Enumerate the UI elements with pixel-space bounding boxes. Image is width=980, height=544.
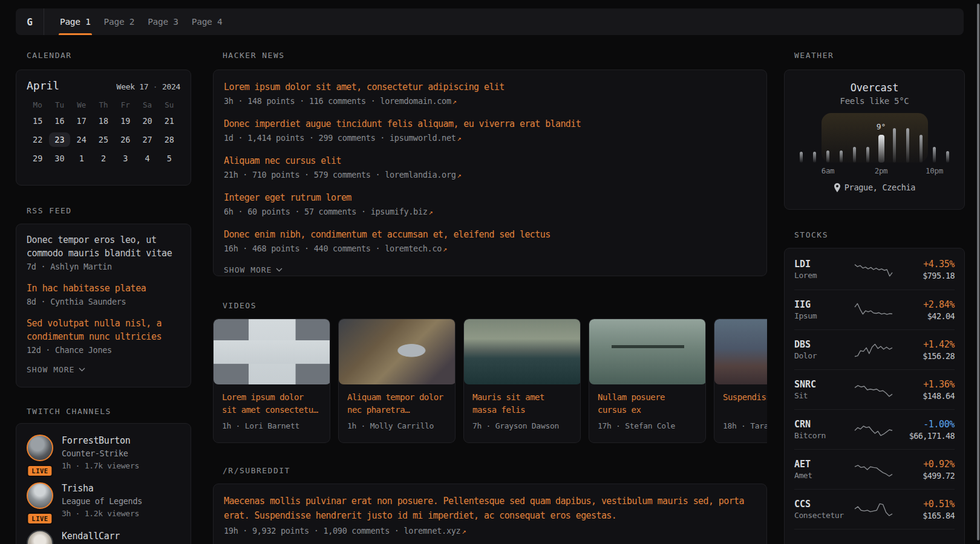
news-item-stats: 6h · 60 points · 57 comments · [224,207,371,216]
video-card[interactable]: Lorem ipsum dolor sit amet consectetu…1h… [213,319,330,443]
daylight-region [822,113,928,163]
news-item-domain-link[interactable]: loremlandia.org [385,170,456,180]
header-bar: G Page 1Page 2Page 3Page 4 [16,8,964,35]
stock-row[interactable]: IIGIpsum+2.84%$42.04 [794,290,955,329]
calendar-day: 28 [158,130,180,149]
tab-page-3[interactable]: Page 3 [148,8,178,35]
news-item-title[interactable]: Maecenas mollis pulvinar erat non posuer… [224,494,756,523]
video-title[interactable]: Nullam posuere cursus ex [598,391,697,416]
twitch-channel-row[interactable]: LIVETrishaLeague of Legends3h · 1.2k vie… [27,482,180,520]
weather-bar-current [878,135,884,163]
video-title[interactable]: Lorem ipsum dolor sit amet consectetu… [222,391,321,416]
stock-symbol: LDI [794,258,852,270]
news-item-stats: 1d · 1,414 points · 299 comments · [224,133,390,143]
hackernews-show-more-button[interactable]: SHOW MORE [224,265,756,274]
video-title[interactable]: Mauris sit amet massa felis [472,391,572,416]
news-item-title[interactable]: Aliquam nec cursus elit [224,155,756,167]
stock-symbol: CRN [794,418,852,430]
calendar-day-grid: 1516171819202122232425262728293012345 [27,111,180,167]
external-link-icon: ↗ [429,208,433,216]
tab-page-2[interactable]: Page 2 [104,8,135,35]
news-item-domain-link[interactable]: ipsumify.biz [371,207,428,216]
stock-row[interactable]: CRNBitcorn-1.00%$66,171.48 [794,409,955,449]
news-item-title[interactable]: Lorem ipsum dolor sit amet, consectetur … [224,81,756,93]
news-item: Aliquam nec cursus elit21h · 710 points … [224,155,756,181]
video-card[interactable]: Mauris sit amet massa felis7h · Grayson … [463,319,581,443]
news-item-title[interactable]: Donec enim nibh, condimentum et accumsan… [224,228,756,241]
stock-sparkline [854,341,893,359]
video-meta: 1h · Molly Carrillo [347,421,446,430]
weather-section-label: WEATHER [794,51,834,60]
videos-section-label: VIDEOS [223,301,256,310]
twitch-channel-row[interactable]: KendallCarr [27,530,180,544]
video-card[interactable]: Nullam posuere cursus ex17h · Stefan Col… [589,319,706,443]
stock-sparkline [854,421,893,439]
calendar-weekday: Sa [136,100,158,111]
page-scrollbar[interactable] [977,4,979,540]
stock-row[interactable]: CCSConsectetur+0.51%$165.84 [794,489,955,529]
calendar-day: 24 [71,130,93,149]
rss-item-title[interactable]: Sed volutpat nulla nisl, a condimentum n… [27,317,180,343]
calendar-day: 20 [136,111,158,130]
stock-name: Consectetur [794,510,852,521]
video-card-body: Mauris sit amet massa felis7h · Grayson … [464,384,580,430]
stock-sparkline-wrap [852,421,894,439]
twitch-avatar-wrap: LIVE [27,435,53,472]
current-temperature: 9° [877,122,886,131]
app-logo[interactable]: G [16,8,44,35]
news-item-meta: 19h · 9,932 points · 1,090 comments · lo… [224,525,756,537]
video-title[interactable]: Aliquam tempor dolor nec pharetra… [347,391,446,416]
news-item-title[interactable]: Donec imperdiet augue tincidunt felis al… [224,118,756,130]
rss-show-more-button[interactable]: SHOW MORE [27,365,180,374]
weather-bar [840,151,843,163]
external-link-icon: ↗ [457,171,462,180]
tab-page-4[interactable]: Page 4 [192,8,223,35]
calendar-day: 29 [27,149,48,167]
calendar-weekday: Th [93,100,114,111]
stock-sparkline [854,461,893,479]
news-item-domain-link[interactable]: ipsumworld.net [390,133,456,143]
stock-row[interactable]: AHS+0.46% [794,529,955,544]
tab-page-1[interactable]: Page 1 [60,8,91,35]
twitch-channel-name[interactable]: ForrestBurton [62,435,139,447]
news-item-title[interactable]: Integer eget rutrum lorem [224,192,756,204]
rss-item-meta: 7d · Ashlyn Martin [27,261,180,273]
video-thumbnail [714,319,767,384]
hackernews-section-label: HACKER NEWS [223,51,285,60]
video-thumbnail [339,319,456,384]
news-item: Donec imperdiet augue tincidunt felis al… [224,118,756,144]
calendar-month: April [27,79,59,92]
calendar-day: 22 [27,130,48,149]
video-card[interactable]: Suspendisse diam18h · Tara [714,319,767,443]
news-item-domain-link[interactable]: loremnet.xyz [403,526,460,536]
rss-item-title[interactable]: In hac habitasse platea [27,282,180,295]
stock-row[interactable]: AETAmet+0.92%$499.72 [794,449,955,489]
rss-item-title[interactable]: Donec tempor eros leo, ut commodo mauris… [27,233,180,260]
stock-change: -1.00% [894,418,955,430]
video-title[interactable]: Suspendisse diam [723,391,767,416]
stock-sparkline-wrap [852,301,894,319]
stock-row[interactable]: DBSDolor+1.42%$156.28 [794,329,955,369]
stock-price: $499.72 [894,470,955,481]
stock-sparkline [854,381,893,399]
twitch-channel-name[interactable]: KendallCarr [62,530,120,543]
stock-name: Ipsum [794,311,852,322]
avatar [27,482,53,509]
stock-row[interactable]: LDILorem+4.35%$795.18 [794,250,955,290]
calendar-weekday: We [71,100,93,111]
news-item-domain-link[interactable]: loremdomain.com [380,96,451,106]
news-item-stats: 19h · 9,932 points · 1,090 comments · [224,526,403,536]
stock-change: +1.36% [894,378,955,390]
news-item-meta: 3h · 148 points · 116 comments · loremdo… [224,95,756,108]
weather-bar [906,128,909,163]
twitch-channel-list: LIVEForrestBurtonCounter-Strike1h · 1.7k… [27,435,180,544]
stock-sparkline-wrap [852,540,894,544]
twitch-channel-viewers: 1h · 1.7k viewers [62,460,139,472]
news-item: Integer eget rutrum lorem6h · 60 points … [224,192,756,218]
news-item-domain-link[interactable]: loremtech.co [385,244,442,253]
video-card[interactable]: Aliquam tempor dolor nec pharetra…1h · M… [338,319,456,443]
twitch-channel-row[interactable]: LIVEForrestBurtonCounter-Strike1h · 1.7k… [27,435,180,472]
twitch-channel-name[interactable]: Trisha [62,482,142,495]
stock-row[interactable]: SNRCSit+1.36%$148.64 [794,369,955,409]
live-badge: LIVE [27,513,53,525]
